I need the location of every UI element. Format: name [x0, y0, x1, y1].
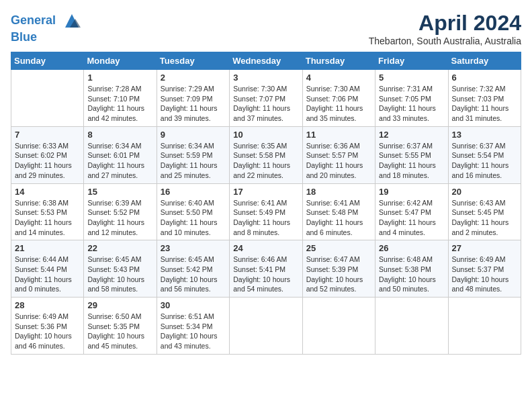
day-number: 19: [379, 187, 444, 197]
day-number: 4: [306, 73, 371, 83]
col-header-thursday: Thursday: [302, 52, 375, 70]
title-block: April 2024 Thebarton, South Australia, A…: [369, 11, 521, 46]
day-number: 25: [306, 243, 371, 253]
calendar-cell: [302, 298, 375, 355]
day-info: Sunrise: 6:35 AM Sunset: 5:58 PM Dayligh…: [233, 141, 298, 181]
day-info: Sunrise: 6:42 AM Sunset: 5:47 PM Dayligh…: [379, 198, 444, 238]
calendar-cell: 12Sunrise: 6:37 AM Sunset: 5:55 PM Dayli…: [375, 126, 448, 183]
day-number: 3: [233, 73, 298, 83]
day-info: Sunrise: 6:41 AM Sunset: 5:49 PM Dayligh…: [233, 198, 298, 238]
day-number: 23: [161, 243, 226, 253]
day-number: 11: [306, 130, 371, 140]
calendar-cell: 8Sunrise: 6:34 AM Sunset: 6:01 PM Daylig…: [84, 126, 157, 183]
day-info: Sunrise: 6:45 AM Sunset: 5:43 PM Dayligh…: [87, 255, 152, 294]
calendar-cell: 6Sunrise: 7:32 AM Sunset: 7:03 PM Daylig…: [448, 70, 521, 127]
col-header-tuesday: Tuesday: [157, 52, 229, 70]
day-number: 10: [233, 130, 298, 140]
day-info: Sunrise: 6:34 AM Sunset: 6:01 PM Dayligh…: [87, 141, 152, 181]
day-number: 1: [87, 73, 152, 83]
day-info: Sunrise: 6:36 AM Sunset: 5:57 PM Dayligh…: [306, 141, 371, 181]
calendar-cell: [448, 298, 521, 355]
day-info: Sunrise: 7:28 AM Sunset: 7:10 PM Dayligh…: [87, 84, 152, 124]
day-info: Sunrise: 6:46 AM Sunset: 5:41 PM Dayligh…: [233, 255, 298, 294]
calendar-cell: [375, 298, 448, 355]
day-number: 15: [87, 187, 152, 197]
calendar-cell: 25Sunrise: 6:47 AM Sunset: 5:39 PM Dayli…: [302, 240, 375, 298]
col-header-sunday: Sunday: [11, 52, 84, 70]
day-info: Sunrise: 7:31 AM Sunset: 7:05 PM Dayligh…: [379, 84, 444, 124]
logo-general: General: [11, 13, 56, 27]
day-info: Sunrise: 6:33 AM Sunset: 6:02 PM Dayligh…: [15, 141, 80, 181]
day-number: 2: [161, 73, 226, 83]
calendar-cell: 11Sunrise: 6:36 AM Sunset: 5:57 PM Dayli…: [302, 126, 375, 183]
day-info: Sunrise: 6:34 AM Sunset: 5:59 PM Dayligh…: [161, 141, 226, 181]
day-info: Sunrise: 6:51 AM Sunset: 5:34 PM Dayligh…: [161, 312, 226, 351]
calendar-row-5: 28Sunrise: 6:49 AM Sunset: 5:36 PM Dayli…: [11, 298, 521, 355]
calendar-cell: 21Sunrise: 6:44 AM Sunset: 5:44 PM Dayli…: [11, 240, 84, 298]
day-info: Sunrise: 7:29 AM Sunset: 7:09 PM Dayligh…: [161, 84, 226, 124]
calendar-cell: 23Sunrise: 6:45 AM Sunset: 5:42 PM Dayli…: [157, 240, 229, 298]
location-title: Thebarton, South Australia, Australia: [369, 36, 521, 46]
calendar-row-1: 1Sunrise: 7:28 AM Sunset: 7:10 PM Daylig…: [11, 70, 521, 127]
calendar-cell: 1Sunrise: 7:28 AM Sunset: 7:10 PM Daylig…: [84, 70, 157, 127]
day-number: 8: [87, 130, 152, 140]
day-number: 13: [452, 130, 517, 140]
page-header: General Blue April 2024 Thebarton, South…: [11, 11, 521, 46]
day-number: 24: [233, 243, 298, 253]
calendar-cell: 19Sunrise: 6:42 AM Sunset: 5:47 PM Dayli…: [375, 183, 448, 240]
day-info: Sunrise: 6:38 AM Sunset: 5:53 PM Dayligh…: [15, 198, 80, 238]
day-number: 5: [379, 73, 444, 83]
calendar-cell: 22Sunrise: 6:45 AM Sunset: 5:43 PM Dayli…: [84, 240, 157, 298]
calendar-cell: 17Sunrise: 6:41 AM Sunset: 5:49 PM Dayli…: [230, 183, 302, 240]
calendar-row-2: 7Sunrise: 6:33 AM Sunset: 6:02 PM Daylig…: [11, 126, 521, 183]
calendar-table: SundayMondayTuesdayWednesdayThursdayFrid…: [11, 52, 521, 355]
col-header-saturday: Saturday: [448, 52, 521, 70]
calendar-cell: 28Sunrise: 6:49 AM Sunset: 5:36 PM Dayli…: [11, 298, 84, 355]
logo: General Blue: [11, 11, 82, 44]
day-number: 22: [87, 243, 152, 253]
calendar-cell: [230, 298, 302, 355]
logo-blue: Blue: [11, 30, 37, 44]
calendar-cell: 5Sunrise: 7:31 AM Sunset: 7:05 PM Daylig…: [375, 70, 448, 127]
day-info: Sunrise: 6:47 AM Sunset: 5:39 PM Dayligh…: [306, 255, 371, 294]
col-header-wednesday: Wednesday: [230, 52, 302, 70]
day-info: Sunrise: 6:45 AM Sunset: 5:42 PM Dayligh…: [161, 255, 226, 294]
calendar-cell: 10Sunrise: 6:35 AM Sunset: 5:58 PM Dayli…: [230, 126, 302, 183]
day-info: Sunrise: 6:49 AM Sunset: 5:37 PM Dayligh…: [452, 255, 517, 294]
day-info: Sunrise: 6:40 AM Sunset: 5:50 PM Dayligh…: [161, 198, 226, 238]
calendar-cell: 27Sunrise: 6:49 AM Sunset: 5:37 PM Dayli…: [448, 240, 521, 298]
day-info: Sunrise: 7:30 AM Sunset: 7:06 PM Dayligh…: [306, 84, 371, 124]
calendar-cell: 2Sunrise: 7:29 AM Sunset: 7:09 PM Daylig…: [157, 70, 229, 127]
month-title: April 2024: [369, 11, 521, 36]
calendar-cell: 14Sunrise: 6:38 AM Sunset: 5:53 PM Dayli…: [11, 183, 84, 240]
calendar-cell: 18Sunrise: 6:41 AM Sunset: 5:48 PM Dayli…: [302, 183, 375, 240]
day-number: 16: [161, 187, 226, 197]
day-info: Sunrise: 6:43 AM Sunset: 5:45 PM Dayligh…: [452, 198, 517, 238]
calendar-cell: 29Sunrise: 6:50 AM Sunset: 5:35 PM Dayli…: [84, 298, 157, 355]
calendar-cell: [11, 70, 84, 127]
calendar-cell: 24Sunrise: 6:46 AM Sunset: 5:41 PM Dayli…: [230, 240, 302, 298]
day-info: Sunrise: 6:37 AM Sunset: 5:54 PM Dayligh…: [452, 141, 517, 181]
calendar-cell: 3Sunrise: 7:30 AM Sunset: 7:07 PM Daylig…: [230, 70, 302, 127]
day-info: Sunrise: 6:39 AM Sunset: 5:52 PM Dayligh…: [87, 198, 152, 238]
col-header-friday: Friday: [375, 52, 448, 70]
day-number: 21: [15, 243, 80, 253]
day-info: Sunrise: 6:41 AM Sunset: 5:48 PM Dayligh…: [306, 198, 371, 238]
calendar-cell: 20Sunrise: 6:43 AM Sunset: 5:45 PM Dayli…: [448, 183, 521, 240]
day-number: 28: [15, 300, 80, 310]
day-info: Sunrise: 6:49 AM Sunset: 5:36 PM Dayligh…: [15, 312, 80, 351]
day-info: Sunrise: 6:37 AM Sunset: 5:55 PM Dayligh…: [379, 141, 444, 181]
calendar-cell: 26Sunrise: 6:48 AM Sunset: 5:38 PM Dayli…: [375, 240, 448, 298]
logo-icon: [62, 11, 82, 31]
day-number: 18: [306, 187, 371, 197]
calendar-cell: 4Sunrise: 7:30 AM Sunset: 7:06 PM Daylig…: [302, 70, 375, 127]
calendar-row-4: 21Sunrise: 6:44 AM Sunset: 5:44 PM Dayli…: [11, 240, 521, 298]
day-number: 29: [87, 300, 152, 310]
day-number: 17: [233, 187, 298, 197]
day-number: 6: [452, 73, 517, 83]
calendar-cell: 16Sunrise: 6:40 AM Sunset: 5:50 PM Dayli…: [157, 183, 229, 240]
calendar-cell: 9Sunrise: 6:34 AM Sunset: 5:59 PM Daylig…: [157, 126, 229, 183]
calendar-cell: 7Sunrise: 6:33 AM Sunset: 6:02 PM Daylig…: [11, 126, 84, 183]
day-number: 27: [452, 243, 517, 253]
day-number: 26: [379, 243, 444, 253]
